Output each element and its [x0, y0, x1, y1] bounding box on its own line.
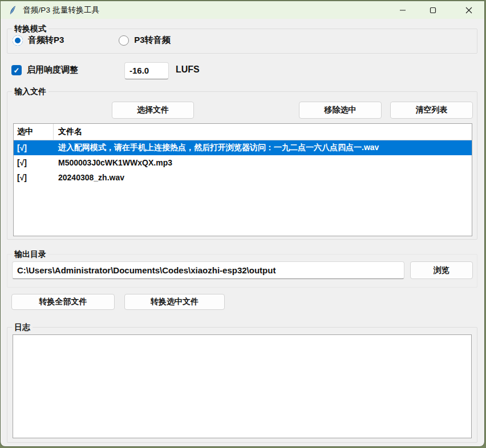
- titlebar: 音频/P3 批量转换工具: [1, 1, 484, 19]
- table-row[interactable]: [√]M500003J0cWK1WWxQX.mp3: [14, 155, 472, 170]
- mode-radio-row: 音频转P3P3转音频: [13, 35, 225, 46]
- input-files-groupbox: 输入文件 选择文件 移除选中 清空列表 选中 文件名 [√]进入配网模式，请在手…: [7, 91, 477, 240]
- loudness-unit-label: LUFS: [176, 64, 200, 75]
- table-row[interactable]: [√]进入配网模式，请在手机上连接热点，然后打开浏览器访问：一九二点一六八点四点…: [14, 140, 472, 155]
- log-groupbox: 日志: [7, 327, 477, 443]
- row-filename-cell: M500003J0cWK1WWxQX.mp3: [54, 158, 472, 167]
- row-checked-cell: [√]: [14, 143, 54, 152]
- app-window: 音频/P3 批量转换工具 转换模式 音频转P3P3转音频 ✓ 启用响度调整 -1…: [1, 1, 484, 446]
- convert-all-button[interactable]: 转换全部文件: [11, 294, 115, 310]
- output-dir-groupbox: 输出目录 C:\Users\Administrator\Documents\Co…: [7, 254, 477, 288]
- app-feather-icon: [7, 5, 18, 15]
- loudness-checkbox-label[interactable]: 启用响度调整: [27, 64, 78, 75]
- remove-selected-button[interactable]: 移除选中: [299, 102, 382, 119]
- radio-dot-icon: [13, 35, 23, 46]
- row-filename-cell: 20240308_zh.wav: [54, 173, 472, 182]
- select-files-button[interactable]: 选择文件: [112, 102, 194, 119]
- minimize-button[interactable]: [390, 1, 416, 19]
- log-label: 日志: [12, 322, 33, 333]
- mode-group-label: 转换模式: [12, 23, 48, 34]
- loudness-value-input[interactable]: -16.0: [124, 62, 169, 79]
- loudness-row: ✓ 启用响度调整 -16.0 LUFS: [11, 62, 473, 80]
- clear-list-button[interactable]: 清空列表: [390, 102, 473, 119]
- file-table-body: [√]进入配网模式，请在手机上连接热点，然后打开浏览器访问：一九二点一六八点四点…: [14, 140, 472, 185]
- convert-selected-button[interactable]: 转换选中文件: [124, 294, 225, 310]
- row-checked-cell: [√]: [14, 173, 54, 182]
- mode-radio-0[interactable]: 音频转P3: [13, 35, 64, 46]
- table-row[interactable]: [√]20240308_zh.wav: [14, 170, 472, 185]
- output-dir-input[interactable]: C:\Users\Administrator\Documents\Codes\x…: [12, 261, 404, 279]
- file-table-header: 选中 文件名: [14, 124, 472, 140]
- mode-radio-1[interactable]: P3转音频: [119, 35, 170, 46]
- input-files-label: 输入文件: [12, 86, 48, 97]
- radio-dot-icon: [119, 35, 129, 46]
- window-title: 音频/P3 批量转换工具: [23, 5, 99, 15]
- loudness-checkbox[interactable]: ✓: [11, 65, 22, 75]
- row-filename-cell: 进入配网模式，请在手机上连接热点，然后打开浏览器访问：一九二点一六八点四点一.w…: [54, 143, 472, 153]
- file-table[interactable]: 选中 文件名 [√]进入配网模式，请在手机上连接热点，然后打开浏览器访问：一九二…: [13, 123, 472, 236]
- output-dir-label: 输出目录: [12, 249, 48, 260]
- browse-button[interactable]: 浏览: [410, 261, 473, 279]
- maximize-button[interactable]: [420, 1, 446, 19]
- mode-radio-label: 音频转P3: [28, 35, 64, 46]
- log-textarea[interactable]: [13, 334, 472, 438]
- column-header-checked[interactable]: 选中: [14, 124, 54, 140]
- row-checked-cell: [√]: [14, 158, 54, 167]
- mode-groupbox: 转换模式 音频转P3P3转音频: [7, 29, 477, 54]
- column-header-filename[interactable]: 文件名: [54, 124, 472, 140]
- mode-radio-label: P3转音频: [134, 35, 170, 46]
- close-button[interactable]: [456, 1, 482, 19]
